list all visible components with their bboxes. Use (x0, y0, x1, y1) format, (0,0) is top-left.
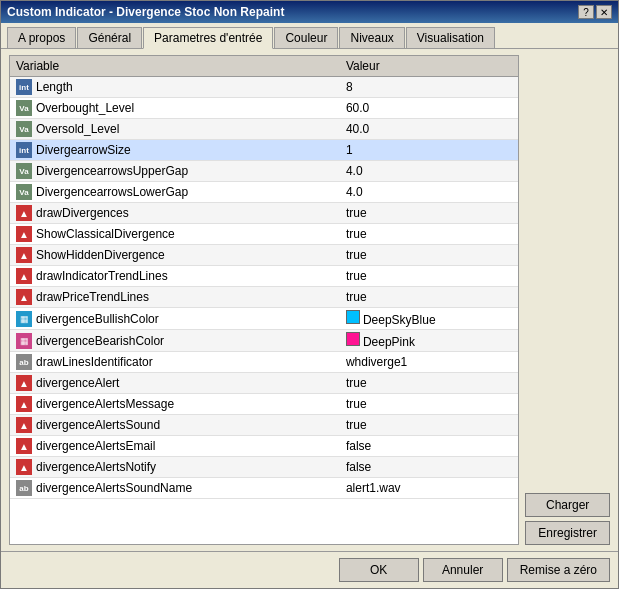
row-variable-8: ▲ShowHiddenDivergence (10, 245, 340, 266)
row-value-16: true (340, 415, 518, 436)
color-swatch-12 (346, 332, 360, 346)
row-value-12: DeepPink (340, 330, 518, 352)
row-name-6: drawDivergences (36, 206, 129, 220)
row-value-7: true (340, 224, 518, 245)
close-button[interactable]: ✕ (596, 5, 612, 19)
row-variable-12: ▦divergenceBearishColor (10, 330, 340, 352)
row-icon-11: ▦ (16, 311, 32, 327)
row-name-12: divergenceBearishColor (36, 334, 164, 348)
row-variable-18: ▲divergenceAlertsNotify (10, 457, 340, 478)
row-icon-18: ▲ (16, 459, 32, 475)
row-value-14: true (340, 373, 518, 394)
row-name-1: Overbought_Level (36, 101, 134, 115)
tab-bar: A proposGénéralParametres d'entréeCouleu… (1, 23, 618, 48)
row-icon-2: Va (16, 121, 32, 137)
annuler-button[interactable]: Annuler (423, 558, 503, 582)
row-name-15: divergenceAlertsMessage (36, 397, 174, 411)
tab-niveaux[interactable]: Niveaux (339, 27, 404, 48)
row-name-13: drawLinesIdentificator (36, 355, 153, 369)
charger-button[interactable]: Charger (525, 493, 610, 517)
row-value-3: 1 (340, 140, 518, 161)
ok-button[interactable]: OK (339, 558, 419, 582)
row-variable-19: abdivergenceAlertsSoundName (10, 478, 340, 499)
row-variable-0: intLength (10, 77, 340, 98)
tab-a-propos[interactable]: A propos (7, 27, 76, 48)
row-value-18: false (340, 457, 518, 478)
row-icon-8: ▲ (16, 247, 32, 263)
row-variable-3: intDivergearrowSize (10, 140, 340, 161)
row-value-13: whdiverge1 (340, 352, 518, 373)
row-icon-17: ▲ (16, 438, 32, 454)
row-icon-4: Va (16, 163, 32, 179)
row-icon-9: ▲ (16, 268, 32, 284)
row-variable-11: ▦divergenceBullishColor (10, 308, 340, 330)
content-area: Variable Valeur intLength8VaOverbought_L… (1, 48, 618, 551)
main-window: Custom Indicator - Divergence Stoc Non R… (0, 0, 619, 589)
row-icon-12: ▦ (16, 333, 32, 349)
row-name-11: divergenceBullishColor (36, 312, 159, 326)
tab-général[interactable]: Général (77, 27, 142, 48)
row-variable-9: ▲drawIndicatorTrendLines (10, 266, 340, 287)
enregistrer-button[interactable]: Enregistrer (525, 521, 610, 545)
row-variable-16: ▲divergenceAlertsSound (10, 415, 340, 436)
row-variable-17: ▲divergenceAlertsEmail (10, 436, 340, 457)
tab-visualisation[interactable]: Visualisation (406, 27, 495, 48)
row-name-3: DivergearrowSize (36, 143, 131, 157)
row-value-11: DeepSkyBlue (340, 308, 518, 330)
row-name-5: DivergencearrowsLowerGap (36, 185, 188, 199)
remise-button[interactable]: Remise a zéro (507, 558, 610, 582)
row-icon-15: ▲ (16, 396, 32, 412)
parameters-table: Variable Valeur intLength8VaOverbought_L… (10, 56, 518, 499)
row-variable-6: ▲drawDivergences (10, 203, 340, 224)
row-icon-1: Va (16, 100, 32, 116)
tab-parametres-d'entrée[interactable]: Parametres d'entrée (143, 27, 273, 49)
right-panel: Charger Enregistrer (519, 55, 610, 545)
row-name-16: divergenceAlertsSound (36, 418, 160, 432)
row-icon-10: ▲ (16, 289, 32, 305)
row-name-19: divergenceAlertsSoundName (36, 481, 192, 495)
row-name-17: divergenceAlertsEmail (36, 439, 155, 453)
row-icon-13: ab (16, 354, 32, 370)
row-name-18: divergenceAlertsNotify (36, 460, 156, 474)
row-variable-15: ▲divergenceAlertsMessage (10, 394, 340, 415)
col-variable: Variable (10, 56, 340, 77)
bottom-bar: OK Annuler Remise a zéro (1, 551, 618, 588)
row-value-0: 8 (340, 77, 518, 98)
title-bar: Custom Indicator - Divergence Stoc Non R… (1, 1, 618, 23)
row-name-4: DivergencearrowsUpperGap (36, 164, 188, 178)
row-name-9: drawIndicatorTrendLines (36, 269, 168, 283)
row-value-5: 4.0 (340, 182, 518, 203)
row-icon-7: ▲ (16, 226, 32, 242)
title-bar-buttons: ? ✕ (578, 5, 612, 19)
row-icon-6: ▲ (16, 205, 32, 221)
help-button[interactable]: ? (578, 5, 594, 19)
row-value-9: true (340, 266, 518, 287)
window-title: Custom Indicator - Divergence Stoc Non R… (7, 5, 284, 19)
row-variable-7: ▲ShowClassicalDivergence (10, 224, 340, 245)
row-value-1: 60.0 (340, 98, 518, 119)
row-name-7: ShowClassicalDivergence (36, 227, 175, 241)
row-icon-0: int (16, 79, 32, 95)
row-icon-3: int (16, 142, 32, 158)
row-icon-19: ab (16, 480, 32, 496)
row-value-2: 40.0 (340, 119, 518, 140)
parameters-table-container: Variable Valeur intLength8VaOverbought_L… (9, 55, 519, 545)
row-icon-14: ▲ (16, 375, 32, 391)
row-variable-1: VaOverbought_Level (10, 98, 340, 119)
col-valeur: Valeur (340, 56, 518, 77)
row-variable-4: VaDivergencearrowsUpperGap (10, 161, 340, 182)
row-value-19: alert1.wav (340, 478, 518, 499)
main-layout: Variable Valeur intLength8VaOverbought_L… (9, 55, 610, 545)
row-variable-10: ▲drawPriceTrendLines (10, 287, 340, 308)
row-name-10: drawPriceTrendLines (36, 290, 149, 304)
color-swatch-11 (346, 310, 360, 324)
row-name-14: divergenceAlert (36, 376, 119, 390)
row-value-4: 4.0 (340, 161, 518, 182)
tab-couleur[interactable]: Couleur (274, 27, 338, 48)
row-value-17: false (340, 436, 518, 457)
row-variable-2: VaOversold_Level (10, 119, 340, 140)
row-variable-13: abdrawLinesIdentificator (10, 352, 340, 373)
row-value-8: true (340, 245, 518, 266)
row-name-2: Oversold_Level (36, 122, 119, 136)
row-icon-5: Va (16, 184, 32, 200)
